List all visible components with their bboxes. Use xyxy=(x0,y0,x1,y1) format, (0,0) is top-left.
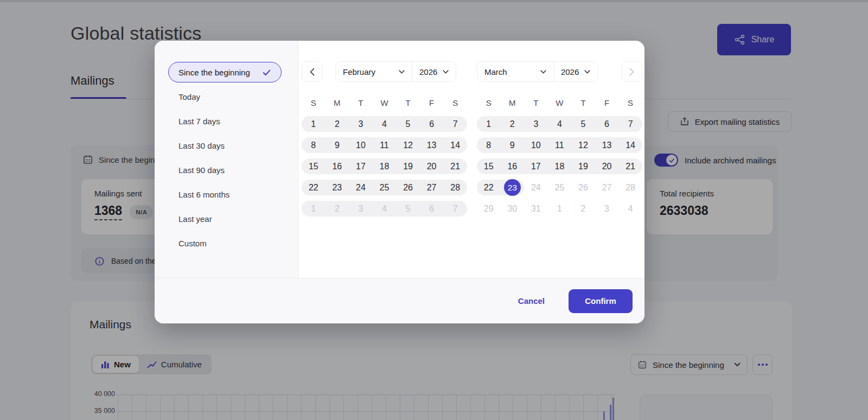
day-cell-15[interactable]: 15 xyxy=(477,158,501,174)
day-cell-2[interactable]: 2 xyxy=(326,201,349,217)
day-cell-22[interactable]: 22 xyxy=(477,180,501,195)
preset-last-7-days[interactable]: Last 7 days xyxy=(168,111,282,131)
confirm-button[interactable]: Confirm xyxy=(569,289,633,313)
day-cell-1[interactable]: 1 xyxy=(302,201,326,217)
day-cell-28[interactable]: 28 xyxy=(443,180,467,195)
year-select[interactable]: 2026 xyxy=(412,62,456,81)
day-cell-18[interactable]: 18 xyxy=(373,158,397,174)
day-cell-7[interactable]: 7 xyxy=(443,116,467,132)
day-cell-3[interactable]: 3 xyxy=(349,116,373,132)
day-cell-2[interactable]: 2 xyxy=(571,201,595,217)
day-cell-4[interactable]: 4 xyxy=(373,201,397,217)
year-select[interactable]: 2026 xyxy=(554,62,597,81)
day-cell-5[interactable]: 5 xyxy=(396,116,420,132)
day-cell-17[interactable]: 17 xyxy=(524,158,548,174)
day-cell-30[interactable]: 30 xyxy=(501,201,525,217)
modal-footer: Cancel Confirm xyxy=(155,278,644,323)
day-cell-15[interactable]: 15 xyxy=(302,158,326,174)
day-cell-10[interactable]: 10 xyxy=(349,137,373,153)
preset-label: Last 7 days xyxy=(178,117,220,126)
weekday-label: F xyxy=(420,98,444,107)
day-cell-24[interactable]: 24 xyxy=(524,180,548,195)
cancel-button[interactable]: Cancel xyxy=(510,291,552,311)
day-cell-8[interactable]: 8 xyxy=(477,137,501,153)
preset-label: Today xyxy=(178,92,200,101)
month-select[interactable]: March xyxy=(477,62,553,81)
day-cell-25[interactable]: 25 xyxy=(548,180,572,195)
day-cell-27[interactable]: 27 xyxy=(420,180,444,195)
weekday-label: T xyxy=(349,98,373,107)
day-cell-28[interactable]: 28 xyxy=(618,180,642,195)
day-cell-20[interactable]: 20 xyxy=(595,158,619,174)
day-cell-4[interactable]: 4 xyxy=(373,116,397,132)
day-cell-1[interactable]: 1 xyxy=(302,116,326,132)
preset-since-the-beginning[interactable]: Since the beginning xyxy=(168,62,282,82)
date-range-picker-modal: Since the beginningTodayLast 7 daysLast … xyxy=(155,41,644,323)
day-cell-7[interactable]: 7 xyxy=(618,116,642,132)
preset-label: Custom xyxy=(178,239,207,248)
preset-last-6-months[interactable]: Last 6 months xyxy=(168,184,282,205)
day-cell-4[interactable]: 4 xyxy=(618,201,642,217)
day-cell-14[interactable]: 14 xyxy=(618,137,642,153)
day-cell-17[interactable]: 17 xyxy=(349,158,373,174)
day-cell-16[interactable]: 16 xyxy=(326,158,349,174)
day-cell-13[interactable]: 13 xyxy=(420,137,444,153)
day-grid: 1234567891011121314151617181920212223242… xyxy=(302,116,467,217)
day-cell-31[interactable]: 31 xyxy=(524,201,548,217)
preset-last-90-days[interactable]: Last 90 days xyxy=(168,160,282,180)
day-cell-6[interactable]: 6 xyxy=(420,116,444,132)
day-cell-8[interactable]: 8 xyxy=(302,137,326,153)
day-cell-14[interactable]: 14 xyxy=(443,137,467,153)
day-cell-22[interactable]: 22 xyxy=(302,180,326,195)
day-cell-5[interactable]: 5 xyxy=(571,116,595,132)
day-cell-19[interactable]: 19 xyxy=(396,158,420,174)
day-cell-4[interactable]: 4 xyxy=(548,116,572,132)
day-cell-29[interactable]: 29 xyxy=(477,201,501,217)
day-cell-26[interactable]: 26 xyxy=(396,180,420,195)
day-cell-1[interactable]: 1 xyxy=(548,201,572,217)
day-cell-21[interactable]: 21 xyxy=(618,158,642,174)
preset-custom[interactable]: Custom xyxy=(168,233,282,253)
day-cell-3[interactable]: 3 xyxy=(524,116,548,132)
weekday-label: S xyxy=(443,98,467,107)
day-cell-2[interactable]: 2 xyxy=(326,116,349,132)
day-cell-9[interactable]: 9 xyxy=(326,137,349,153)
day-cell-24[interactable]: 24 xyxy=(349,180,373,195)
preset-last-year[interactable]: Last year xyxy=(168,208,282,229)
day-cell-3[interactable]: 3 xyxy=(595,201,619,217)
day-cell-23[interactable]: 23 xyxy=(501,180,525,195)
day-cell-19[interactable]: 19 xyxy=(571,158,595,174)
day-cell-2[interactable]: 2 xyxy=(501,116,525,132)
day-cell-26[interactable]: 26 xyxy=(571,180,595,195)
day-cell-23[interactable]: 23 xyxy=(326,180,349,195)
calendar-month-march: March2026SMTWTFS123456789101112131415161… xyxy=(477,61,642,278)
day-cell-18[interactable]: 18 xyxy=(548,158,572,174)
day-cell-12[interactable]: 12 xyxy=(571,137,595,153)
day-cell-13[interactable]: 13 xyxy=(595,137,619,153)
day-cell-12[interactable]: 12 xyxy=(396,137,420,153)
day-cell-3[interactable]: 3 xyxy=(349,201,373,217)
month-year-select-group: February2026 xyxy=(335,61,456,82)
day-cell-11[interactable]: 11 xyxy=(548,137,572,153)
day-cell-11[interactable]: 11 xyxy=(373,137,397,153)
weekday-label: M xyxy=(326,98,349,107)
day-cell-6[interactable]: 6 xyxy=(595,116,619,132)
prev-month-button[interactable] xyxy=(302,61,322,82)
preset-last-30-days[interactable]: Last 30 days xyxy=(168,135,282,156)
day-cell-20[interactable]: 20 xyxy=(420,158,444,174)
day-cell-10[interactable]: 10 xyxy=(524,137,548,153)
day-cell-21[interactable]: 21 xyxy=(443,158,467,174)
day-cell-9[interactable]: 9 xyxy=(501,137,525,153)
day-cell-16[interactable]: 16 xyxy=(501,158,525,174)
month-select[interactable]: February xyxy=(336,62,412,81)
day-cell-1[interactable]: 1 xyxy=(477,116,501,132)
weekday-label: F xyxy=(595,98,619,107)
day-cell-7[interactable]: 7 xyxy=(443,201,467,217)
preset-today[interactable]: Today xyxy=(168,86,282,107)
day-cell-6[interactable]: 6 xyxy=(420,201,444,217)
next-month-button[interactable] xyxy=(622,61,642,82)
weekday-label: S xyxy=(302,98,326,107)
day-cell-5[interactable]: 5 xyxy=(396,201,420,217)
day-cell-27[interactable]: 27 xyxy=(595,180,619,195)
day-cell-25[interactable]: 25 xyxy=(373,180,397,195)
